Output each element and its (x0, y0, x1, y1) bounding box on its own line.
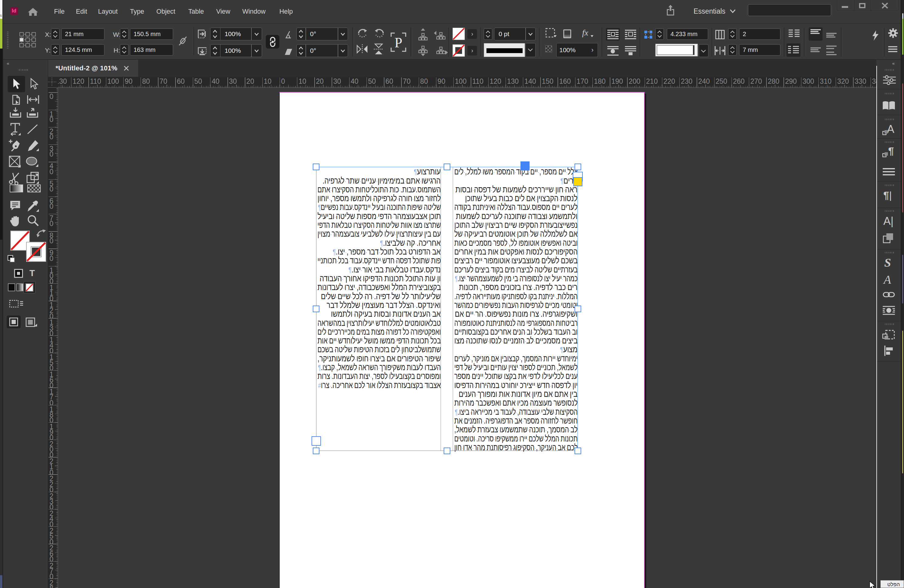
svg-text:P: P (395, 35, 402, 50)
